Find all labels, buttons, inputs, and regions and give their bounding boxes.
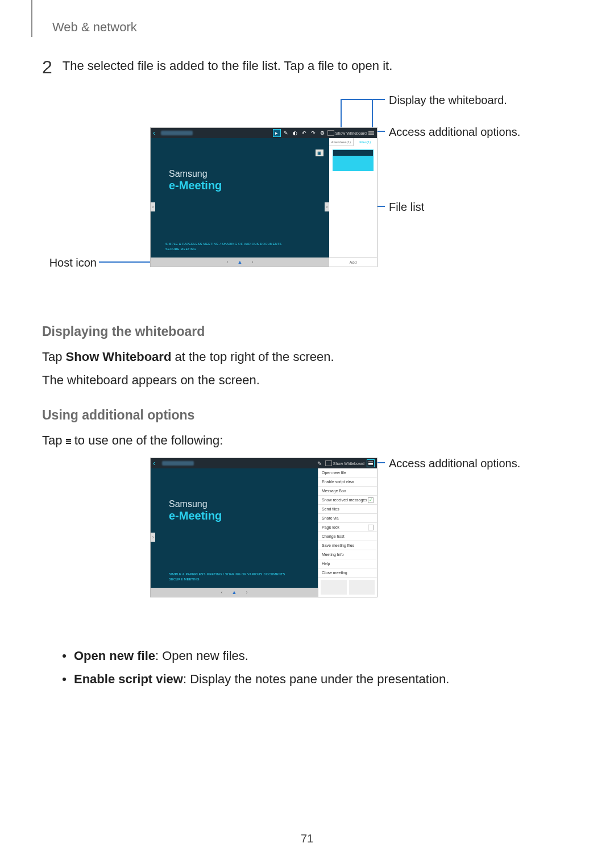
menu-item-save-meeting-files[interactable]: Save meeting files: [318, 541, 377, 550]
more-options-icon[interactable]: [368, 130, 375, 136]
text-fragment: at the top right of the screen.: [171, 350, 334, 364]
menu-item-open-new-file[interactable]: Open new file: [318, 468, 377, 477]
show-whiteboard-label: Show Whiteboard: [335, 131, 367, 135]
slide-subtitle-2: SECURE MEETING: [165, 247, 319, 252]
palette-icon[interactable]: ⚙: [318, 129, 326, 137]
menu-item-message-box[interactable]: Message Box: [318, 487, 377, 496]
heading-displaying-whiteboard: Displaying the whiteboard: [42, 324, 565, 339]
page-number: 71: [0, 832, 614, 845]
shot2-topbar: ‹ ✎ Show Whiteboard: [151, 458, 377, 468]
bullet-dot-icon: [63, 654, 66, 658]
show-whiteboard-button[interactable]: Show Whiteboard: [327, 130, 367, 136]
text-bold-show-whiteboard: Show Whiteboard: [66, 350, 172, 364]
heading-additional-options: Using additional options: [42, 408, 565, 423]
slide-product: e-Meeting: [169, 509, 222, 522]
bullet-dot-icon: [63, 678, 66, 681]
shot2-dropdown-menu: Open new file Enable script view Message…: [318, 468, 377, 597]
menu-below-thumbs: [318, 578, 377, 597]
bullet-desc: : Display the notes pane under the prese…: [183, 672, 449, 686]
shot1-topbar: ‹ ▸ ✎ ◐ ↶ ↷ ⚙ Show Whiteboard: [151, 128, 377, 138]
callout-file-list: File list: [389, 200, 424, 214]
tab-attendees[interactable]: Attendees(1): [329, 138, 354, 146]
slide-next-icon[interactable]: ›: [325, 202, 329, 211]
menu-item-help[interactable]: Help: [318, 559, 377, 568]
meeting-title-blurred: [162, 461, 194, 466]
menu-item-share-via[interactable]: Share via: [318, 514, 377, 523]
text-fragment: to use one of the following:: [71, 433, 223, 447]
back-icon[interactable]: ‹: [153, 459, 155, 467]
screenshot-1-container: Host icon Display the whiteboard. Access…: [42, 91, 565, 324]
page-header: Web & network: [52, 20, 137, 35]
slide-subtitle-1: SIMPLE & PAPERLESS MEETING / SHARING OF …: [165, 242, 319, 247]
bullet-term: Open new file: [74, 649, 155, 663]
tab-files[interactable]: Files(1): [354, 138, 377, 146]
shot2-main-slide[interactable]: Samsung e-Meeting SIMPLE & PAPERLESS MEE…: [151, 468, 318, 597]
show-whiteboard-button[interactable]: Show Whiteboard: [325, 460, 364, 466]
footer-host-icon[interactable]: ▲: [231, 589, 238, 595]
file-thumbnail[interactable]: [333, 149, 374, 171]
callout-display-whiteboard: Display the whiteboard.: [389, 93, 507, 107]
bullet-term: Enable script view: [74, 672, 183, 686]
para-tap-menu: Tap to use one of the following:: [42, 431, 565, 450]
show-whiteboard-label: Show Whiteboard: [333, 462, 364, 466]
menu-item-enable-script-view[interactable]: Enable script view: [318, 477, 377, 487]
screenshot-2-container: Access additional options. ‹ ✎ Show Whit…: [42, 454, 565, 647]
checkbox-checked-icon[interactable]: ✓: [368, 497, 374, 503]
bullet-desc: : Open new files.: [155, 649, 248, 663]
para-whiteboard-appears: The whiteboard appears on the screen.: [42, 371, 565, 389]
slide-brand: Samsung: [169, 169, 208, 179]
bullet-list: Open new file: Open new files. Enable sc…: [63, 647, 565, 688]
menu-item-meeting-info[interactable]: Meeting Info: [318, 550, 377, 559]
bullet-open-new-file: Open new file: Open new files.: [63, 647, 565, 665]
slide-subtitle-2: SECURE MEETING: [169, 577, 285, 582]
slide-product: e-Meeting: [169, 179, 222, 192]
add-button[interactable]: Add: [329, 258, 377, 267]
footer-next-icon[interactable]: ›: [243, 589, 250, 595]
undo-icon[interactable]: ↶: [300, 129, 308, 137]
more-options-icon[interactable]: [367, 459, 375, 467]
redo-icon[interactable]: ↷: [309, 129, 317, 137]
text-fragment: Tap: [42, 350, 66, 364]
eraser-icon[interactable]: ◐: [291, 129, 299, 137]
page-content: 2 The selected file is added to the file…: [42, 58, 565, 694]
step-number: 2: [42, 58, 52, 76]
shot2-footer-bar: ‹ ▲ ›: [151, 588, 318, 597]
pointer-icon[interactable]: ▸: [273, 129, 281, 137]
more-options-inline-icon: [66, 438, 71, 445]
footer-prev-icon[interactable]: ‹: [218, 589, 225, 595]
menu-item-change-host[interactable]: Change host: [318, 532, 377, 541]
slide-prev-icon[interactable]: ›: [151, 533, 155, 542]
pen-icon[interactable]: ✎: [282, 129, 290, 137]
menu-item-send-files[interactable]: Send files: [318, 505, 377, 514]
slide-prev-icon[interactable]: ›: [151, 202, 155, 211]
footer-host-icon[interactable]: ▲: [237, 259, 243, 265]
menu-item-close-meeting[interactable]: Close meeting: [318, 568, 377, 578]
meeting-title-blurred: [161, 131, 193, 135]
presentation-mark-icon: ▣: [316, 149, 323, 156]
expand-icon: [325, 460, 332, 466]
step-text: The selected file is added to the file l…: [63, 58, 393, 74]
shot1-main-slide[interactable]: ▣ Samsung e-Meeting SIMPLE & PAPERLESS M…: [151, 138, 329, 267]
menu-item-page-lock[interactable]: Page lock: [318, 523, 377, 532]
footer-prev-icon[interactable]: ‹: [224, 259, 231, 265]
shot1-side-panel: Attendees(1) Files(1) Add: [329, 138, 377, 267]
page-left-rule: [31, 0, 32, 37]
bullet-enable-script-view: Enable script view: Display the notes pa…: [63, 671, 565, 688]
expand-icon: [327, 130, 334, 136]
callout-host-icon: Host icon: [42, 256, 97, 270]
step-row: 2 The selected file is added to the file…: [42, 58, 565, 76]
screenshot-2: ‹ ✎ Show Whiteboard Samsung e-Meeting SI…: [150, 458, 377, 597]
checkbox-unchecked-icon[interactable]: [368, 525, 374, 530]
slide-brand: Samsung: [169, 499, 208, 509]
shot1-footer-bar: ‹ ▲ ›: [151, 258, 329, 267]
slide-subtitles: SIMPLE & PAPERLESS MEETING / SHARING OF …: [169, 572, 285, 582]
pen-icon[interactable]: ✎: [316, 460, 323, 467]
screenshot-1: ‹ ▸ ✎ ◐ ↶ ↷ ⚙ Show Whiteboard ▣ Samsung: [150, 127, 377, 267]
callout-additional-options: Access additional options.: [389, 125, 520, 139]
menu-item-show-received-messages[interactable]: Show received messages✓: [318, 496, 377, 505]
slide-subtitle-1: SIMPLE & PAPERLESS MEETING / SHARING OF …: [169, 572, 285, 577]
para-show-whiteboard: Tap Show Whiteboard at the top right of …: [42, 347, 565, 366]
back-icon[interactable]: ‹: [153, 129, 155, 137]
footer-next-icon[interactable]: ›: [249, 259, 256, 265]
callout-additional-options-2: Access additional options.: [389, 456, 520, 471]
